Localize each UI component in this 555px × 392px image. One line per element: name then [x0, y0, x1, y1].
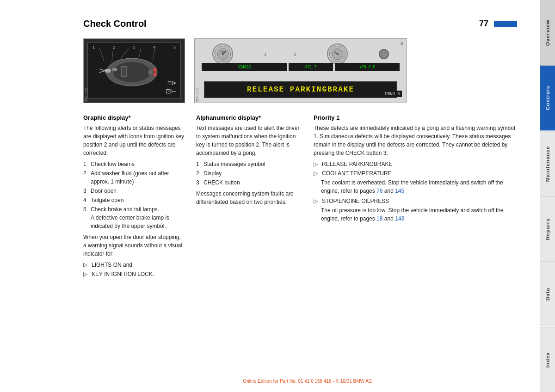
tab-controls[interactable]: Controls [540, 65, 555, 130]
link-18[interactable]: 18 [376, 215, 382, 222]
temp-display: +70.0 F [335, 63, 400, 71]
svg-line-14 [139, 48, 141, 59]
list-item: ▷ KEY IN IGNITION LOCK. [83, 270, 185, 278]
list-item: 4 Tailgate open [83, 196, 185, 204]
triangle-icon: ▷ [83, 270, 89, 278]
gear-display: PRND S [383, 91, 402, 97]
item-text: Display [204, 169, 222, 178]
door-warning-text: When you open the door after stopping, a… [83, 233, 185, 258]
alphanumeric-intro: Text messages are used to alert the driv… [196, 124, 302, 157]
triangle-icon: ▷ [314, 169, 319, 178]
svg-point-19 [222, 53, 224, 55]
svg-point-22 [337, 53, 339, 55]
list-item: 3 CHECK button [196, 178, 302, 187]
item-num: 2 [83, 169, 89, 186]
tab-data[interactable]: Data [540, 261, 555, 326]
main-message-display: RELEASE PARKINGBRAKE [204, 81, 397, 98]
item-num: 2 [196, 169, 202, 178]
item-text: Status messages symbol [204, 160, 265, 168]
link-145[interactable]: 145 [395, 188, 404, 194]
item-text: CHECK button [204, 178, 240, 187]
speedometer-gauge: MPH [212, 43, 233, 64]
list-item: 1 Check low beams [83, 160, 185, 168]
dash-num-1: 1 [264, 52, 266, 56]
graphic-display-heading: Graphic display* [83, 114, 185, 121]
secondary-svg [331, 48, 344, 61]
car-diagram-inner: 1 2 3 4 5 [87, 43, 181, 99]
tab-index[interactable]: Index [540, 327, 555, 392]
item-text: Check low beams [91, 160, 135, 168]
tab-maintenance[interactable]: Maintenance [540, 131, 555, 196]
item-text: LIGHTS ON and [92, 261, 132, 269]
triangle-icon: ▷ [83, 261, 89, 269]
speed-value: 071.7 [305, 65, 316, 69]
item-num: 3 [196, 178, 202, 187]
dashboard-inner: 3 MPH [195, 39, 407, 103]
side-navigation: Overview Controls Maintenance Repairs Da… [540, 0, 555, 392]
display-message-text: RELEASE PARKINGBRAKE [247, 86, 354, 94]
speedometer-inner: MPH [215, 46, 231, 62]
speedometer-svg: MPH [216, 48, 229, 61]
priority-item-3: STOP!ENGINE OILPRESS [322, 197, 389, 205]
center-numbers: 1 2 [264, 52, 296, 56]
secondary-inner [329, 46, 345, 62]
footer-text: Online Edition for Part No. 01 41 0 156 … [243, 379, 372, 384]
alphanumeric-list: 1 Status messages symbol 2 Display 3 CHE… [196, 160, 302, 187]
alphanumeric-display-diagram: 3 MPH [194, 38, 407, 103]
svg-line-15 [153, 48, 155, 61]
item-num: 3 [83, 187, 89, 195]
content-columns: Graphic display* The following alerts or… [83, 114, 517, 281]
alphanumeric-note: Messages concerning system faults are di… [196, 190, 302, 206]
item-text: KEY IN IGNITION LOCK. [92, 270, 154, 278]
list-item: 3 Door open [83, 187, 185, 195]
left-diagram-watermark: 390de121 [85, 87, 88, 102]
page-number-bar [494, 21, 517, 27]
tab-overview[interactable]: Overview [540, 0, 555, 65]
alphanumeric-display-section: Alphanumeric display* Text messages are … [196, 114, 302, 281]
item-text: Check brake and tail lamps.A defective c… [91, 205, 185, 230]
list-item: 5 Check brake and tail lamps.A defective… [83, 205, 185, 230]
secondary-gauge [327, 43, 348, 64]
coolant-subtext: The coolant is overheated. Stop the vehi… [321, 178, 517, 195]
list-item: 1 Status messages symbol [196, 160, 302, 168]
list-item: ▷ LIGHTS ON and [83, 261, 185, 269]
main-content: Check Control 77 1 2 3 4 5 [0, 0, 540, 392]
item-text: Tailgate open [91, 196, 123, 204]
footer: Online Edition for Part No. 01 41 0 156 … [83, 379, 532, 384]
odometer-display: 034682 [202, 63, 287, 71]
priority-list: ▷ RELEASE PARKINGBRAKE ▷ COOLANT TEMPERA… [314, 160, 517, 223]
priority-item-1: RELEASE PARKINGBRAKE [322, 160, 393, 168]
item-num: 1 [83, 160, 89, 168]
graphic-display-diagram: 1 2 3 4 5 [83, 38, 185, 103]
page-title: Check Control [83, 18, 147, 29]
alphanumeric-heading: Alphanumeric display* [196, 114, 302, 121]
graphic-display-list: 1 Check low beams 2 Add washer fluid (go… [83, 160, 185, 230]
car-diagram: 1 2 3 4 5 [84, 39, 185, 103]
dash-number-labels: 1 2 [264, 52, 296, 56]
bullet-list: ▷ LIGHTS ON and ▷ KEY IN IGNITION LOCK. [83, 261, 185, 278]
triangle-icon: ▷ [314, 197, 319, 205]
right-diagram-watermark: 390ua111 [196, 87, 199, 102]
dash-num-2: 2 [294, 52, 296, 56]
item-num: 5 [83, 205, 89, 230]
speed-display: 071.7 [289, 63, 333, 71]
info-display-row: 034682 071.7 +70.0 F [202, 63, 400, 71]
page-number-area: 77 [479, 19, 517, 29]
right-knob [379, 49, 389, 59]
brake-icon: ⊡⊢ [166, 87, 177, 95]
link-143[interactable]: 143 [395, 215, 404, 222]
list-item: 2 Add washer fluid (goes out after appro… [83, 169, 185, 186]
priority-intro: These defects are immediately indicated … [314, 124, 517, 157]
priority-item-2: COOLANT TEMPERATURE [322, 169, 392, 178]
priority-section: Priority 1 These defects are immediately… [314, 114, 517, 281]
svg-line-12 [112, 48, 113, 61]
dashboard-diagram: 3 MPH [195, 39, 407, 103]
svg-line-13 [120, 48, 130, 59]
item-text: Door open [91, 187, 117, 195]
graphic-display-intro: The following alerts or status messages … [83, 124, 185, 157]
tab-repairs[interactable]: Repairs [540, 196, 555, 261]
triangle-icon: ▷ [314, 160, 319, 168]
list-item: 2 Display [196, 169, 302, 178]
oilpress-subtext: The oil pressure is too low. Stop the ve… [321, 206, 517, 223]
link-76[interactable]: 76 [376, 188, 382, 194]
